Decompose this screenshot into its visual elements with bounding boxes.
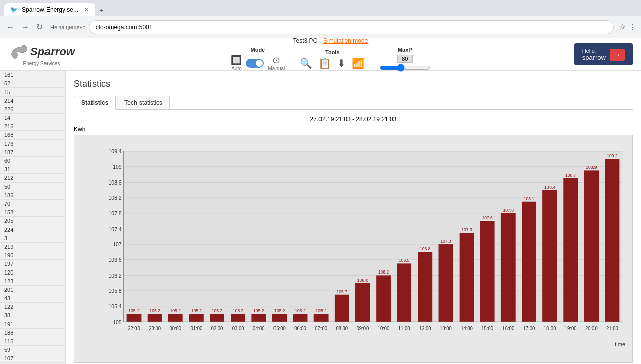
svg-rect-34 bbox=[189, 314, 204, 322]
sidebar-number-item[interactable]: 190 bbox=[0, 251, 65, 260]
sidebar-number-item[interactable]: 3 bbox=[0, 234, 65, 243]
svg-text:108.7: 108.7 bbox=[565, 172, 576, 178]
wifi-tool-icon[interactable]: 📶 bbox=[352, 57, 364, 69]
auto-mode-button[interactable]: 🔲 Auto bbox=[231, 55, 242, 71]
svg-text:02:00: 02:00 bbox=[211, 326, 223, 332]
sidebar-number-item[interactable]: 197 bbox=[0, 260, 65, 268]
sidebar-number-item[interactable]: 187 bbox=[0, 148, 65, 157]
svg-text:105.2: 105.2 bbox=[191, 308, 202, 313]
sidebar-number-item[interactable]: 158 bbox=[0, 208, 65, 217]
tab-statistics[interactable]: Statistics bbox=[74, 96, 116, 110]
address-bar[interactable] bbox=[89, 20, 614, 34]
sidebar-number-item[interactable]: 59 bbox=[0, 346, 65, 354]
sidebar-number-item[interactable]: 219 bbox=[0, 243, 65, 251]
browser-tab[interactable]: 🐦 Sparrow Energy se... ✕ bbox=[4, 3, 95, 16]
logo-text: Sparrow bbox=[30, 45, 75, 58]
app-body: 1616215214226142161681761876031212501867… bbox=[0, 71, 641, 364]
tab-tech-statistics[interactable]: Tech statistics bbox=[117, 96, 170, 109]
download-tool-icon[interactable]: ⬇ bbox=[337, 57, 346, 69]
mode-toggle[interactable] bbox=[246, 59, 264, 68]
sidebar-number-item[interactable]: 107 bbox=[0, 354, 65, 363]
svg-text:108.9: 108.9 bbox=[586, 165, 597, 170]
ylabel-label: Kwh bbox=[74, 126, 633, 133]
svg-text:16:00: 16:00 bbox=[502, 326, 514, 332]
sidebar-number-item[interactable]: 161 bbox=[0, 71, 65, 79]
sidebar-number-item[interactable]: 31 bbox=[0, 165, 65, 174]
sidebar-number-item[interactable]: 212 bbox=[0, 174, 65, 183]
svg-text:107.4: 107.4 bbox=[109, 225, 122, 232]
logo-subtitle: Energy Services bbox=[23, 61, 60, 66]
sidebar-number-item[interactable]: 216 bbox=[0, 122, 65, 131]
svg-text:105.2: 105.2 bbox=[212, 308, 222, 313]
sidebar-number-item[interactable]: 191 bbox=[0, 320, 65, 329]
svg-rect-52 bbox=[314, 314, 329, 322]
svg-text:105.2: 105.2 bbox=[149, 308, 160, 313]
logout-icon[interactable]: → bbox=[610, 49, 625, 61]
app-header: Sparrow Energy Services Test3 PC - Simul… bbox=[0, 38, 641, 71]
svg-text:23:00: 23:00 bbox=[149, 326, 161, 332]
sidebar-number-item[interactable]: 226 bbox=[0, 105, 65, 114]
sidebar-number-item[interactable]: 70 bbox=[0, 200, 65, 208]
svg-text:107.0: 107.0 bbox=[440, 238, 451, 244]
svg-rect-31 bbox=[168, 314, 183, 322]
svg-text:106.5: 106.5 bbox=[399, 258, 409, 263]
svg-text:18:00: 18:00 bbox=[544, 326, 556, 332]
sidebar-number-item[interactable]: 188 bbox=[0, 329, 65, 337]
sidebar-number-item[interactable]: 50 bbox=[0, 183, 65, 191]
svg-text:106.6: 106.6 bbox=[109, 256, 122, 263]
svg-text:15:00: 15:00 bbox=[481, 326, 493, 332]
svg-text:12:00: 12:00 bbox=[419, 326, 431, 332]
sidebar-number-item[interactable]: 186 bbox=[0, 191, 65, 200]
date-range: 27.02.19 21:03 - 28.02.19 21:03 bbox=[74, 116, 633, 123]
sidebar-number-item[interactable]: 176 bbox=[0, 140, 65, 148]
user-info: Hello, sparrow bbox=[582, 48, 606, 61]
forward-button[interactable]: → bbox=[19, 22, 31, 33]
sidebar-number-item[interactable]: 115 bbox=[0, 337, 65, 346]
svg-text:107.8: 107.8 bbox=[503, 207, 514, 213]
search-tool-icon[interactable]: 🔍 bbox=[300, 57, 312, 69]
sidebar-number-item[interactable]: 60 bbox=[0, 157, 65, 165]
extensions-icon[interactable]: ⋮ bbox=[629, 22, 637, 32]
svg-rect-49 bbox=[293, 314, 308, 322]
sidebar-number-item[interactable]: 123 bbox=[0, 277, 65, 286]
bookmark-icon[interactable]: ☆ bbox=[619, 22, 626, 32]
back-button[interactable]: ← bbox=[4, 22, 16, 33]
sidebar-number-item[interactable]: 43 bbox=[0, 294, 65, 303]
svg-text:105.2: 105.2 bbox=[315, 308, 326, 313]
svg-rect-76 bbox=[480, 221, 495, 322]
simulation-mode-link[interactable]: Simulation mode bbox=[323, 37, 368, 44]
new-tab-icon[interactable]: + bbox=[95, 4, 107, 16]
svg-text:01:00: 01:00 bbox=[191, 326, 203, 332]
mode-label: Mode bbox=[251, 47, 265, 53]
refresh-button[interactable]: ↻ bbox=[34, 21, 45, 33]
xlabel-label: time bbox=[100, 341, 627, 347]
maxp-value: 80 bbox=[397, 55, 413, 63]
svg-text:107.3: 107.3 bbox=[461, 226, 472, 232]
svg-text:108.1: 108.1 bbox=[524, 196, 534, 201]
sidebar-number-item[interactable]: 62 bbox=[0, 79, 65, 88]
sidebar-number-item[interactable]: 122 bbox=[0, 303, 65, 311]
sidebar-number-item[interactable]: 224 bbox=[0, 225, 65, 234]
svg-text:105.2: 105.2 bbox=[274, 308, 285, 313]
sidebar-number-item[interactable]: 205 bbox=[0, 217, 65, 225]
sidebar-number-item[interactable]: 14 bbox=[0, 114, 65, 122]
tab-bar: Statistics Tech statistics bbox=[74, 96, 633, 110]
svg-text:11:00: 11:00 bbox=[398, 326, 410, 332]
sidebar-number-item[interactable]: 38 bbox=[0, 311, 65, 320]
sidebar-number-item[interactable]: 120 bbox=[0, 268, 65, 277]
sidebar-number-item[interactable]: 214 bbox=[0, 97, 65, 105]
sidebar-number-item[interactable]: 15 bbox=[0, 88, 65, 97]
bar-chart: 105105.4105.8106.2106.6107107.4107.8108.… bbox=[100, 141, 627, 338]
svg-text:05:00: 05:00 bbox=[273, 326, 286, 332]
edit-tool-icon[interactable]: 📋 bbox=[318, 57, 331, 69]
svg-text:06:00: 06:00 bbox=[294, 326, 306, 332]
sidebar-number-item[interactable]: 168 bbox=[0, 131, 65, 140]
svg-text:07:00: 07:00 bbox=[315, 326, 327, 332]
sidebar: 1616215214226142161681761876031212501867… bbox=[0, 71, 66, 364]
svg-rect-79 bbox=[501, 213, 516, 322]
sidebar-number-item[interactable]: 201 bbox=[0, 286, 65, 294]
manual-mode-button[interactable]: ⊙ Manual bbox=[268, 55, 285, 71]
tab-close-icon[interactable]: ✕ bbox=[84, 7, 89, 13]
svg-text:00:00: 00:00 bbox=[169, 326, 181, 332]
svg-rect-88 bbox=[563, 178, 578, 322]
